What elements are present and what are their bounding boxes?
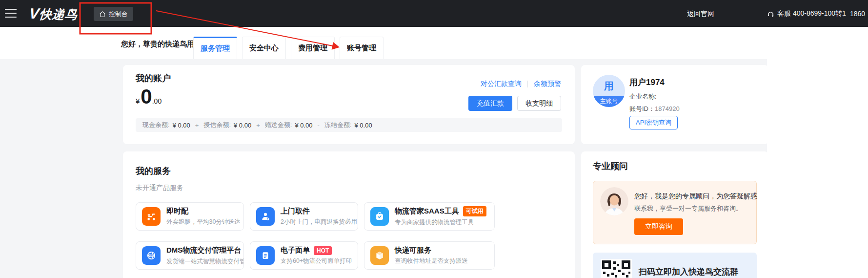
service-item-door-pickup[interactable]: 上门取件 2小时上门，电商退换货必用 — [250, 202, 358, 231]
service-desc: 支持60+物流公司面单打印 — [281, 257, 352, 265]
user-info-card: 用 主账号 用户1974 企业名称: 账号ID：1874920 API密钥查询 — [581, 65, 767, 144]
package-icon — [370, 246, 389, 265]
my-services-card: 我的服务 未开通产品服务 即时配 外卖跑腿，平均30分钟送达 — [123, 151, 575, 278]
account-id-label: 账号ID： — [629, 105, 655, 112]
frozen-amount-label: 冻结金额: — [324, 121, 352, 129]
balance-alert-link[interactable]: 余额预警 — [534, 80, 561, 88]
header-divider — [844, 10, 844, 17]
back-to-site-link[interactable]: 返回官网 — [687, 10, 714, 19]
advisor-line2: 联系我，享受一对一专属服务和咨询。 — [634, 204, 742, 213]
service-desc: 查询收件地址是否支持派送 — [395, 257, 468, 265]
credit-balance-value: ¥ 0.00 — [234, 122, 251, 129]
services-grid: 即时配 外卖跑腿，平均30分钟送达 上门取件 2小时上门，电商退换货必用 — [136, 202, 495, 270]
account-title: 我的账户 — [136, 72, 171, 84]
tab-fee-management[interactable]: 费用管理 — [291, 37, 335, 59]
link-divider — [527, 81, 528, 87]
income-expense-button[interactable]: 收支明细 — [517, 96, 561, 111]
service-name: 物流管家SAAS工具 — [395, 207, 459, 216]
frozen-amount-value: ¥ 0.00 — [355, 122, 372, 129]
qr-group-box: 扫码立即加入快递鸟交流群 — [593, 253, 757, 278]
service-item-e-waybill[interactable]: 电子面单 HOT 支持60+物流公司面单打印 — [250, 241, 358, 270]
top-header: V快递鸟 控制台 返回官网 客服 400-8699-100转1 1860 — [0, 0, 868, 27]
header-right: 返回官网 客服 400-8699-100转1 1860 — [0, 0, 868, 27]
customer-service[interactable]: 客服 400-8699-100转1 — [767, 9, 846, 18]
main-account-tag: 主账号 — [593, 96, 625, 107]
account-buttons: 充值汇款 收支明细 — [468, 96, 561, 111]
gift-amount-value: ¥ 0.00 — [295, 122, 312, 129]
advisor-contact-box: 您好，我是您的专属顾问，为您答疑解惑 联系我，享受一对一专属服务和咨询。 立即咨… — [593, 181, 757, 244]
account-links: 对公汇款查询 余额预警 — [481, 80, 561, 88]
services-subtitle: 未开通产品服务 — [136, 184, 183, 192]
recharge-button[interactable]: 充值汇款 — [468, 96, 512, 111]
qr-text: 扫码立即加入快递鸟交流群 — [639, 266, 738, 278]
corporate-remittance-link[interactable]: 对公汇款查询 — [481, 80, 522, 88]
hot-badge: HOT — [314, 246, 332, 255]
advisor-line1: 您好，我是您的专属顾问，为您答疑解惑 — [634, 192, 757, 201]
service-item-saas-tool[interactable]: 物流管家SAAS工具 可试用 专为商家提供的物流管理工具 — [364, 202, 495, 231]
my-account-card: 我的账户 对公汇款查询 余额预警 ¥ 0 .00 充值汇款 收支明细 现金余额:… — [123, 65, 575, 144]
svg-text:DMS: DMS — [149, 255, 154, 257]
headset-icon — [767, 10, 774, 18]
balance-decimal: .00 — [152, 97, 161, 105]
service-text: 快递可服务 查询收件地址是否支持派送 — [395, 246, 468, 265]
dashboard-screen: V快递鸟 控制台 返回官网 客服 400-8699-100转1 1860 您好，… — [0, 0, 868, 278]
service-item-instant-delivery[interactable]: 即时配 外卖跑腿，平均30分钟送达 — [136, 202, 244, 231]
operator: - — [318, 122, 320, 129]
account-balance: ¥ 0 .00 — [136, 86, 161, 107]
service-desc: 发货端一站式智慧物流交付管理和... — [166, 257, 244, 266]
gift-amount-label: 赠送金额: — [265, 121, 292, 129]
service-text: 上门取件 2小时上门，电商退换货必用 — [281, 207, 357, 226]
user-name: 用户1974 — [629, 77, 665, 88]
service-text: 即时配 外卖跑腿，平均30分钟送达 — [166, 207, 240, 226]
service-hotline-text: 客服 400-8699-100转1 — [777, 9, 846, 18]
tab-bar: 您好，尊贵的快递鸟用户！ 服务管理 安全中心 费用管理 账号管理 — [0, 27, 868, 59]
service-text: 物流管家SAAS工具 可试用 专为商家提供的物流管理工具 — [395, 206, 486, 227]
service-desc: 专为商家提供的物流管理工具 — [395, 218, 486, 227]
account-id-value: 1874920 — [655, 105, 680, 112]
cash-balance-value: ¥ 0.00 — [173, 122, 190, 129]
balance-breakdown: 现金余额:¥ 0.00+ 授信余额:¥ 0.00+ 赠送金额:¥ 0.00- 冻… — [136, 118, 562, 132]
service-name: 上门取件 — [281, 207, 310, 216]
service-text: 电子面单 HOT 支持60+物流公司面单打印 — [281, 246, 352, 265]
operator: + — [195, 122, 199, 129]
consult-now-button[interactable]: 立即咨询 — [634, 218, 683, 235]
tabs: 服务管理 安全中心 费用管理 账号管理 — [193, 37, 384, 59]
currency-symbol: ¥ — [136, 97, 140, 105]
service-name: 电子面单 — [281, 246, 310, 255]
trial-badge: 可试用 — [463, 206, 486, 216]
credit-balance-label: 授信余额: — [203, 121, 231, 129]
service-desc: 外卖跑腿，平均30分钟送达 — [166, 218, 240, 226]
tab-service-management[interactable]: 服务管理 — [193, 37, 237, 59]
service-name: DMS物流交付管理平台 — [166, 246, 241, 255]
service-item-dms-platform[interactable]: DMS DMS物流交付管理平台 可试用 发货端一站式智慧物流交付管理和... — [136, 241, 244, 270]
briefcase-icon — [370, 207, 389, 226]
advisor-title: 专业顾问 — [593, 160, 628, 172]
service-name: 快递可服务 — [395, 246, 431, 255]
account-id-row: 账号ID：1874920 — [629, 105, 680, 113]
avatar: 用 主账号 — [593, 75, 625, 107]
service-item-delivery-coverage[interactable]: 快递可服务 查询收件地址是否支持派送 — [364, 241, 495, 270]
advisor-avatar — [600, 187, 628, 215]
balance-integer: 0 — [141, 86, 152, 107]
main-content: 我的账户 对公汇款查询 余额预警 ¥ 0 .00 充值汇款 收支明细 现金余额:… — [0, 59, 767, 278]
avatar-char: 用 — [593, 80, 625, 93]
operator: + — [256, 122, 260, 129]
service-name: 即时配 — [166, 207, 188, 216]
qr-code — [601, 259, 632, 278]
cash-balance-label: 现金余额: — [142, 121, 170, 129]
service-text: DMS物流交付管理平台 可试用 发货端一站式智慧物流交付管理和... — [166, 245, 244, 266]
scooter-icon — [142, 207, 161, 226]
tab-security-center[interactable]: 安全中心 — [242, 37, 286, 59]
company-name-label: 企业名称: — [629, 92, 657, 101]
tab-account-management[interactable]: 账号管理 — [340, 37, 384, 59]
services-title: 我的服务 — [136, 165, 171, 177]
globe-icon: DMS — [142, 246, 161, 265]
service-desc: 2小时上门，电商退换货必用 — [281, 218, 357, 226]
document-icon — [256, 246, 275, 265]
person-icon — [256, 207, 275, 226]
api-key-query-button[interactable]: API密钥查询 — [629, 116, 678, 129]
account-phone-text[interactable]: 1860 — [850, 10, 865, 18]
advisor-card: 专业顾问 您好，我是您的专属顾问，为您答疑解惑 — [581, 151, 767, 278]
